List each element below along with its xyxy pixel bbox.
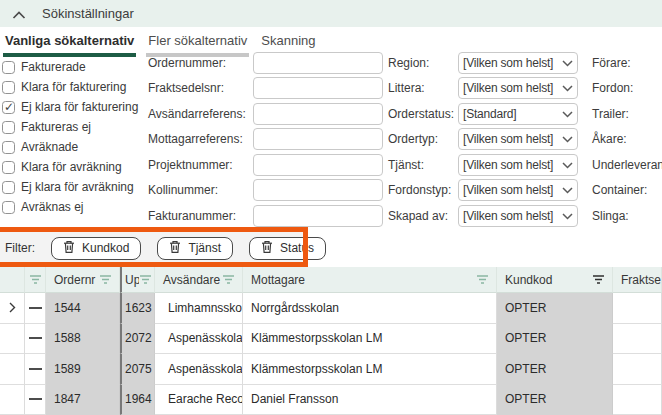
projektnummer-input[interactable]: [253, 154, 383, 176]
fakturanummer-input[interactable]: [253, 205, 383, 227]
cell-uppdragsnr[interactable]: 1623: [120, 293, 155, 324]
checkbox-icon[interactable]: ✓: [2, 101, 15, 114]
row-status-cell[interactable]: [25, 324, 46, 355]
column-header-ordernr[interactable]: Ordernr: [46, 267, 120, 293]
panel-header: Sökinställningar: [0, 0, 662, 27]
row-status-cell[interactable]: [25, 293, 46, 324]
fordonstyp-dropdown[interactable]: [Vilken som helst]: [458, 179, 578, 201]
filter-funnel-icon[interactable]: [29, 274, 42, 285]
row-status-cell[interactable]: [25, 354, 46, 385]
cell-kundkod[interactable]: OPTER: [497, 293, 613, 324]
kollinummer-input[interactable]: [253, 179, 383, 201]
orderstatus-dropdown[interactable]: [Standard]: [458, 103, 578, 125]
column-header-avsandare[interactable]: Avsändare: [155, 267, 243, 293]
avsandarreferens-input[interactable]: [253, 103, 383, 125]
chevron-down-icon: [562, 162, 573, 169]
filter-toolbar: Filter: Kundkod Tjänst Status: [0, 230, 307, 266]
row-status-cell[interactable]: [25, 385, 46, 415]
checkbox-klara-for-fakturering[interactable]: ✓ Klara för fakturering: [2, 77, 138, 97]
cell-fraktsedel[interactable]: [613, 385, 662, 415]
checkbox-icon[interactable]: ✓: [2, 181, 15, 194]
trash-icon: [63, 240, 75, 257]
filter-funnel-icon[interactable]: [222, 274, 235, 285]
mottagarreferens-input[interactable]: [253, 128, 383, 150]
remove-filter-kundkod-button[interactable]: Kundkod: [51, 237, 141, 260]
tab-vanliga-sokalternativ[interactable]: Vanliga sökalternativ: [3, 33, 136, 57]
column-header-mottagare[interactable]: Mottagare: [243, 267, 497, 293]
row-expander-cell[interactable]: [0, 293, 25, 324]
column-header-uppdragsnr[interactable]: Uppdra: [120, 267, 155, 293]
trash-icon: [169, 240, 181, 257]
checkbox-ej-klara-for-avrakning[interactable]: ✓ Ej klara för avräkning: [2, 177, 138, 197]
column-header-status[interactable]: [25, 267, 46, 293]
chevron-right-icon[interactable]: [9, 302, 16, 313]
chevron-down-icon: [562, 60, 573, 67]
checkbox-icon[interactable]: ✓: [2, 61, 15, 74]
cell-kundkod[interactable]: OPTER: [497, 385, 613, 415]
fraktsedelsnr-input[interactable]: [253, 77, 383, 99]
cell-kundkod[interactable]: OPTER: [497, 324, 613, 355]
cell-avsandare[interactable]: Limhamnsskola: [155, 293, 243, 324]
filter-funnel-icon[interactable]: [99, 274, 112, 285]
label-mottagarreferens: Mottagarreferens:: [148, 128, 250, 150]
trash-icon: [261, 240, 273, 257]
cell-ordernr[interactable]: 1588: [46, 324, 120, 355]
region-dropdown[interactable]: [Vilken som helst]: [458, 52, 578, 74]
label-projektnummer: Projektnummer:: [148, 154, 250, 176]
collapse-chevron-up-icon[interactable]: [12, 6, 30, 20]
checkbox-icon[interactable]: ✓: [2, 161, 15, 174]
filter-funnel-icon[interactable]: [139, 274, 152, 285]
cell-mottagare[interactable]: Klämmestorpsskolan LM: [243, 354, 497, 385]
checkbox-icon[interactable]: ✓: [2, 81, 15, 94]
checkbox-avraknade[interactable]: ✓ Avräknade: [2, 137, 138, 157]
littera-dropdown[interactable]: [Vilken som helst]: [458, 77, 578, 99]
checkbox-icon[interactable]: ✓: [2, 141, 15, 154]
remove-filter-tjanst-button[interactable]: Tjänst: [157, 237, 233, 260]
checkbox-fakturerade[interactable]: ✓ Fakturerade: [2, 57, 138, 77]
cell-avsandare[interactable]: Earache Records: [155, 385, 243, 415]
checkbox-ej-klara-for-fakturering[interactable]: ✓ Ej klara för fakturering: [2, 97, 138, 117]
checkbox-icon[interactable]: ✓: [2, 201, 15, 214]
label-underleverantor: Underleverantör:: [592, 154, 662, 176]
row-expander-cell[interactable]: [0, 354, 25, 385]
label-trailer: Trailer:: [592, 103, 629, 125]
label-forare: Förare:: [592, 52, 631, 74]
chevron-down-icon: [562, 85, 573, 92]
filter-funnel-icon[interactable]: [476, 274, 489, 285]
label-tjanst: Tjänst:: [388, 154, 456, 176]
row-expander-cell[interactable]: [0, 385, 25, 415]
skapad-av-dropdown[interactable]: [Vilken som helst]: [458, 205, 578, 227]
cell-uppdragsnr[interactable]: 2072: [120, 324, 155, 355]
cell-ordernr[interactable]: 1847: [46, 385, 120, 415]
checkbox-avraknas-ej[interactable]: ✓ Avräknas ej: [2, 197, 138, 217]
cell-avsandare[interactable]: Aspenässkolan s: [155, 324, 243, 355]
cell-kundkod[interactable]: OPTER: [497, 354, 613, 385]
cell-fraktsedel[interactable]: [613, 354, 662, 385]
tjanst-dropdown[interactable]: [Vilken som helst]: [458, 154, 578, 176]
ordernummer-input[interactable]: [253, 52, 383, 74]
cell-fraktsedel[interactable]: [613, 293, 662, 324]
chevron-down-icon: [562, 187, 573, 194]
ordertyp-dropdown[interactable]: [Vilken som helst]: [458, 128, 578, 150]
cell-uppdragsnr[interactable]: 2075: [120, 354, 155, 385]
cell-mottagare[interactable]: Klämmestorpsskolan LM: [243, 324, 497, 355]
remove-filter-status-button[interactable]: Status: [249, 237, 326, 260]
cell-mottagare[interactable]: Norrgårdsskolan: [243, 293, 497, 324]
filter-label: Filter:: [5, 241, 35, 255]
cell-uppdragsnr[interactable]: 1964: [120, 385, 155, 415]
checkbox-klara-for-avrakning[interactable]: ✓ Klara för avräkning: [2, 157, 138, 177]
column-header-expander[interactable]: [0, 267, 25, 293]
filter-funnel-icon[interactable]: [592, 274, 605, 285]
cell-avsandare[interactable]: Aspenässkolan s: [155, 354, 243, 385]
cell-fraktsedel[interactable]: [613, 324, 662, 355]
cell-ordernr[interactable]: 1544: [46, 293, 120, 324]
cell-mottagare[interactable]: Daniel Fransson: [243, 385, 497, 415]
label-fakturanummer: Fakturanummer:: [148, 205, 250, 227]
checkbox-icon[interactable]: ✓: [2, 121, 15, 134]
checkbox-faktureras-ej[interactable]: ✓ Faktureras ej: [2, 117, 138, 137]
cell-ordernr[interactable]: 1589: [46, 354, 120, 385]
column-header-kundkod[interactable]: Kundkod: [497, 267, 613, 293]
row-expander-cell[interactable]: [0, 324, 25, 355]
invoice-status-checkbox-list: ✓ Fakturerade ✓ Klara för fakturering ✓ …: [2, 57, 138, 217]
column-header-fraktsedel[interactable]: Fraktse: [613, 267, 662, 293]
